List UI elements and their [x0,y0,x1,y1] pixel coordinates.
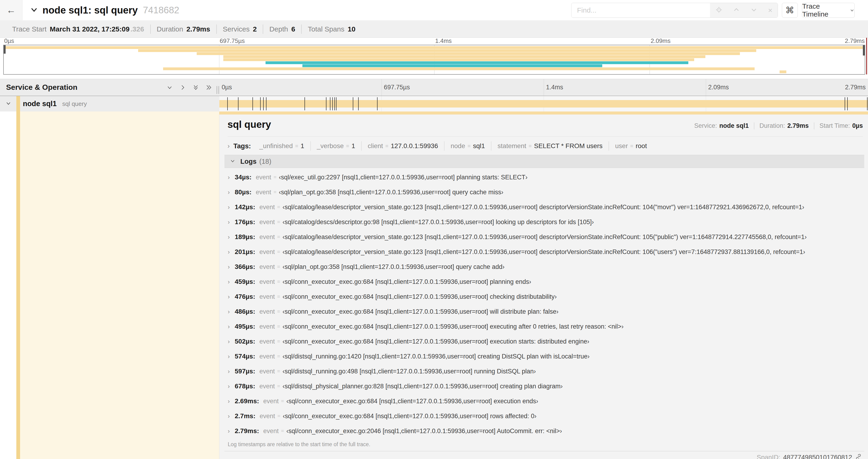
find-next-icon[interactable] [750,6,757,14]
summary-item-label: Depth [269,25,288,33]
span-row-name-cell[interactable]: node sql1 sql query [0,96,219,111]
span-collapse-chevron-icon[interactable] [5,100,14,107]
log-expand-chevron-icon[interactable]: › [224,174,235,181]
log-tick-mark [336,97,337,110]
log-event-value: ‹sql/catalog/lease/descriptor_version_st… [283,204,804,211]
log-expand-chevron-icon[interactable]: › [224,278,235,286]
timeline-minimap[interactable] [3,45,865,75]
start-time-value: 0µs [852,122,863,129]
ruler-tick-label: 1.4ms [546,84,563,91]
log-event-value: ‹sql/plan_opt.go:358 [nsql1,client=127.0… [283,263,505,270]
span-row-bar-cell[interactable] [219,96,868,111]
view-selector-button[interactable]: Trace Timeline [802,3,855,18]
minimap-right-scrubber[interactable] [863,45,865,56]
find-input[interactable] [571,3,710,18]
log-timestamp: 459µs: [235,278,255,286]
log-entry-row[interactable]: ›459µs:event=‹sql/conn_executor_exec.go:… [224,274,864,289]
minimap-span-bar [302,64,602,67]
log-timestamp: 201µs: [235,248,255,256]
locate-icon[interactable] [715,6,722,14]
log-entry-row[interactable]: ›34µs:event=‹sql/exec_util.go:2297 [nsql… [224,170,864,185]
log-field-name: event [259,368,275,375]
view-selector-label: Trace Timeline [802,2,847,18]
keyboard-shortcuts-button[interactable]: ⌘ [782,3,798,18]
log-entry-row[interactable]: ›2.7ms:event=‹sql/conn_executor_exec.go:… [224,408,864,424]
trace-collapse-chevron-icon[interactable] [30,6,38,15]
log-entry-row[interactable]: ›176µs:event=‹sql/catalog/descs/descript… [224,215,864,230]
detail-span-info: Service: node sql1 Duration: 2.79ms Star… [694,122,863,129]
trace-summary-bar: Trace StartMarch 31 2022, 17:25:09.326Du… [0,21,868,38]
minimap-span-bar [138,49,756,52]
log-expand-chevron-icon[interactable]: › [224,263,235,270]
deep-link-icon[interactable] [855,453,862,459]
log-entry-row[interactable]: ›597µs:event=‹sql/distsql_running.go:498… [224,364,864,379]
log-expand-chevron-icon[interactable]: › [224,413,235,420]
log-expand-chevron-icon[interactable]: › [224,204,235,211]
trace-id: 7418682 [143,5,179,15]
summary-item-value: 10 [348,25,355,33]
log-expand-chevron-icon[interactable]: › [224,249,235,256]
logs-collapse-chevron-icon[interactable] [224,158,240,165]
log-timestamp: 142µs: [235,203,255,211]
log-tick-mark [263,97,264,110]
log-expand-chevron-icon[interactable]: › [224,308,235,315]
tags-expand-chevron-icon[interactable]: › [227,142,229,150]
log-field-name: event [259,308,275,315]
log-entry-row[interactable]: ›189µs:event=‹sql/catalog/lease/descript… [224,230,864,244]
log-entry-row[interactable]: ›366µs:event=‹sql/plan_opt.go:358 [nsql1… [224,259,864,274]
log-expand-chevron-icon[interactable]: › [224,189,235,196]
log-entry-row[interactable]: ›142µs:event=‹sql/catalog/lease/descript… [224,200,864,215]
log-tick-mark [305,97,305,110]
log-expand-chevron-icon[interactable]: › [224,368,235,375]
log-expand-chevron-icon[interactable]: › [224,398,235,405]
log-expand-chevron-icon[interactable]: › [224,323,235,330]
log-entry-row[interactable]: ›476µs:event=‹sql/conn_executor_exec.go:… [224,289,864,304]
log-entry-row[interactable]: ›502µs:event=‹sql/conn_executor_exec.go:… [224,334,864,349]
minimap-tick-label: 2.09ms [651,37,671,44]
log-expand-chevron-icon[interactable]: › [224,428,235,435]
equals-sign: = [277,234,280,240]
log-entry-row[interactable]: ›201µs:event=‹sql/catalog/lease/descript… [224,244,864,259]
log-event-value: ‹sql/catalog/lease/descriptor_version_st… [283,249,805,256]
log-entry-row[interactable]: ›574µs:event=‹sql/distsql_running.go:142… [224,349,864,364]
log-entry-row[interactable]: ›2.79ms:event=‹sql/conn_executor_exec.go… [224,424,864,438]
span-row: node sql1 sql query [0,96,868,111]
tags-title: Tags: [233,142,251,150]
minimap-left-scrubber[interactable] [4,45,6,54]
logs-section-header[interactable]: Logs (18) [224,155,864,168]
span-detail-panel: sql query Service: node sql1 Duration: 2… [219,111,868,459]
log-field-name: event [256,189,271,196]
summary-item-label: Trace Start [12,25,46,33]
tag-item: _verbose=1 [310,141,361,151]
back-button[interactable]: ← [0,0,22,20]
tags-row[interactable]: › Tags: _unfinished=1_verbose=1client=12… [227,140,863,152]
collapse-one-icon[interactable] [166,84,173,91]
log-entry-row[interactable]: ›678µs:event=‹sql/distsql_physical_plann… [224,379,864,394]
collapse-all-icon[interactable] [192,84,199,91]
log-entry-row[interactable]: ›2.69ms:event=‹sql/conn_executor_exec.go… [224,394,864,408]
log-entry-row[interactable]: ›80µs:event=‹sql/plan_opt.go:358 [nsql1,… [224,185,864,200]
equals-sign: = [281,398,284,404]
logs-count: (18) [259,158,271,165]
log-expand-chevron-icon[interactable]: › [224,353,235,360]
log-expand-chevron-icon[interactable]: › [224,219,235,226]
find-prev-icon[interactable] [733,6,740,14]
span-duration-bar[interactable] [219,100,868,107]
equals-sign: = [295,143,298,149]
log-entry-row[interactable]: ›495µs:event=‹sql/conn_executor_exec.go:… [224,319,864,334]
tag-key: _unfinished [259,142,293,150]
find-clear-icon[interactable]: × [768,6,773,15]
log-field-name: event [256,174,271,181]
top-header: ← node sql1: sql query 7418682 × ⌘ Trace… [0,0,868,21]
minimap-tick-label: 697.75µs [220,37,245,44]
log-expand-chevron-icon[interactable]: › [224,383,235,390]
column-resizer-handle[interactable] [217,86,219,94]
log-expand-chevron-icon[interactable]: › [224,338,235,345]
expand-one-icon[interactable] [179,84,186,91]
log-entry-row[interactable]: ›486µs:event=‹sql/conn_executor_exec.go:… [224,304,864,319]
expand-all-icon[interactable] [205,84,212,91]
minimap-tick-label: 0µs [4,37,14,44]
log-expand-chevron-icon[interactable]: › [224,293,235,300]
log-event-value: ‹sql/conn_executor_exec.go:2046 [nsql1,c… [286,428,562,435]
log-expand-chevron-icon[interactable]: › [224,233,235,241]
